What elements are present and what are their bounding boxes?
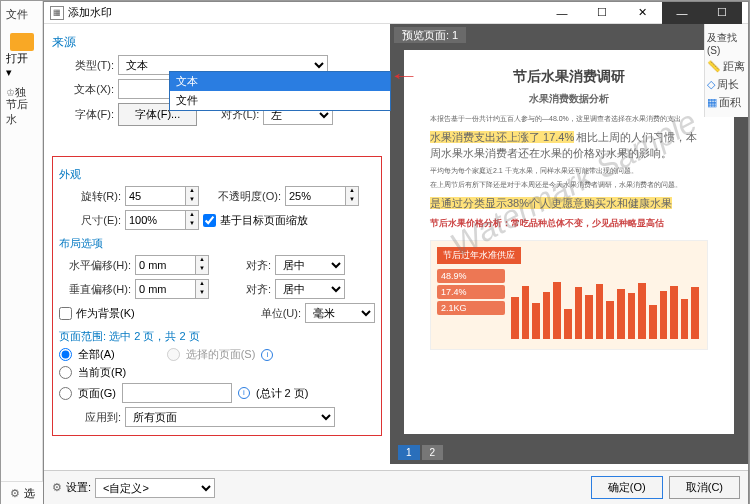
preview-pane: 预览页面: 1 节后水果消费调研 水果消费数据分析 本报告基于一份共计约五百人参…: [390, 24, 748, 464]
size-spinner[interactable]: ▲▼: [125, 210, 199, 230]
unit-label: 单位(U):: [243, 306, 301, 321]
measure-panel: 及查找(S) 📏距离 ◇周长 ▦面积: [704, 24, 748, 117]
area-item[interactable]: ▦面积: [707, 95, 746, 110]
parent-min[interactable]: —: [662, 2, 702, 24]
perimeter-icon: ◇: [707, 78, 715, 91]
distance-item[interactable]: 📏距离: [707, 59, 746, 74]
radio-current-label: 当前页(R): [78, 365, 126, 380]
watermark-dialog: ▦ 添加水印 — ☐ ✕ — ☐ 来源 类型(T): 文本 文本(X):: [43, 1, 749, 504]
select-button[interactable]: ⚙选: [1, 481, 43, 504]
cancel-button[interactable]: 取消(C): [669, 476, 740, 499]
page-tab-1[interactable]: 1: [398, 445, 420, 460]
type-label: 类型(T):: [52, 58, 114, 73]
main-window: 文件 打开 ▾ ♔独 节后水 ⚙选 ▦ 添加水印 — ☐ ✕ — ☐ 来源: [0, 0, 750, 504]
opacity-label: 不透明度(O):: [203, 189, 281, 204]
file-menu[interactable]: 文件: [3, 5, 40, 23]
font-label: 字体(F):: [52, 107, 114, 122]
rotate-spinner[interactable]: ▲▼: [125, 186, 199, 206]
appearance-title: 外观: [59, 167, 375, 182]
pages-input[interactable]: [122, 383, 232, 403]
settings-label: 设置:: [66, 480, 91, 495]
app-left-toolbar: 文件 打开 ▾ ♔独 节后水 ⚙选: [1, 1, 43, 504]
voffset-label: 垂直偏移(H):: [59, 282, 131, 297]
chart: 节后过年水准供应 48.9% 17.4% 2.1KG: [430, 240, 708, 350]
chart-bars: [511, 263, 699, 339]
radio-selected-label: 选择的页面(S): [186, 347, 256, 362]
pagerange-title: 页面范围: 选中 2 页，共 2 页: [59, 329, 375, 344]
titlebar: ▦ 添加水印 — ☐ ✕ — ☐: [44, 2, 748, 24]
find-item[interactable]: 及查找(S): [707, 31, 746, 56]
layout-title: 布局选项: [59, 236, 375, 251]
chart-stats: 48.9% 17.4% 2.1KG: [437, 267, 505, 317]
radio-selected: [167, 348, 180, 361]
halign-label: 对齐:: [213, 258, 271, 273]
document-preview: 节后水果消费调研 水果消费数据分析 本报告基于一份共计约五百人参与的—48.0%…: [404, 50, 734, 434]
close-button[interactable]: ✕: [622, 2, 662, 24]
source-section-title: 来源: [52, 34, 382, 51]
dialog-footer: ⚙ 设置: <自定义> 确定(O) 取消(C): [44, 470, 748, 504]
preview-tab: 预览页面: 1: [394, 27, 466, 43]
dropdown-opt-file[interactable]: 文件: [170, 91, 390, 110]
doc-para: 在上周节后有所下降还是对于本周还是今天水果消费者调研，水果消费者的问题。: [430, 180, 708, 191]
background-checkbox[interactable]: 作为背景(K): [59, 306, 135, 321]
open-button[interactable]: 打开 ▾: [3, 31, 40, 81]
ok-button[interactable]: 确定(O): [591, 476, 663, 499]
valign-select[interactable]: 居中: [275, 279, 345, 299]
applyto-select[interactable]: 所有页面: [125, 407, 335, 427]
doc-para: 本报告基于一份共计约五百人参与的—48.0%，这里调查者选择在水果消费的支出: [430, 114, 708, 125]
valign-label: 对齐:: [213, 282, 271, 297]
settings-select[interactable]: <自定义>: [95, 478, 215, 498]
pages-total: (总计 2 页): [256, 386, 309, 401]
radio-all[interactable]: [59, 348, 72, 361]
parent-window-controls: — ☐: [662, 2, 742, 24]
info-icon-2[interactable]: i: [238, 387, 250, 399]
gear-icon: ⚙: [10, 487, 20, 500]
window-title: 添加水印: [68, 5, 112, 20]
crown-icon: ♔: [6, 87, 15, 98]
gear-icon: ⚙: [52, 481, 62, 494]
doc-subtitle: 水果消费数据分析: [430, 92, 708, 106]
parent-max[interactable]: ☐: [702, 2, 742, 24]
dropdown-opt-text[interactable]: 文本: [170, 72, 390, 91]
doc-highlight: 水果消费支出还上涨了 17.4%: [430, 131, 574, 143]
text-label: 文本(X):: [52, 82, 114, 97]
hoffset-label: 水平偏移(H):: [59, 258, 131, 273]
minimize-button[interactable]: —: [542, 2, 582, 24]
toolbar-item-2[interactable]: 节后水: [3, 103, 40, 121]
settings-pane: 来源 类型(T): 文本 文本(X): 字体(F): 字体(F)... 对齐(L…: [44, 24, 390, 464]
radio-current[interactable]: [59, 366, 72, 379]
page-tabs[interactable]: 1 2: [398, 445, 443, 460]
annotation-arrow: ←: [388, 64, 420, 87]
rotate-label: 旋转(R):: [59, 189, 121, 204]
ruler-icon: 📏: [707, 60, 721, 73]
chart-heading: 节后水果价格分析：常吃品种总体不变，少见品种略显高估: [430, 217, 708, 230]
hoffset-spinner[interactable]: ▲▼: [135, 255, 209, 275]
perimeter-item[interactable]: ◇周长: [707, 77, 746, 92]
scale-checkbox[interactable]: 基于目标页面缩放: [203, 213, 308, 228]
type-dropdown-list[interactable]: 文本 文件: [169, 71, 390, 111]
folder-icon: [10, 33, 34, 51]
area-icon: ▦: [707, 96, 717, 109]
radio-pages[interactable]: [59, 387, 72, 400]
halign-select[interactable]: 居中: [275, 255, 345, 275]
unit-select[interactable]: 毫米: [305, 303, 375, 323]
page-tab-2[interactable]: 2: [422, 445, 444, 460]
applyto-label: 应用到:: [59, 410, 121, 425]
app-icon: ▦: [50, 6, 64, 20]
info-icon[interactable]: i: [261, 349, 273, 361]
voffset-spinner[interactable]: ▲▼: [135, 279, 209, 299]
doc-para: 平均每为每个家庭近2.1 千克水果，同样水果还可能带出现的问题。: [430, 166, 708, 177]
size-label: 尺寸(E):: [59, 213, 121, 228]
highlighted-settings-box: 外观 旋转(R): ▲▼ 不透明度(O): ▲▼ 尺寸(E): ▲▼ 基于目标页…: [52, 156, 382, 436]
radio-pages-label: 页面(G): [78, 386, 116, 401]
chart-subtitle: 节后过年水准供应: [437, 247, 521, 264]
radio-all-label: 全部(A): [78, 347, 115, 362]
opacity-spinner[interactable]: ▲▼: [285, 186, 359, 206]
doc-title: 节后水果消费调研: [430, 68, 708, 86]
doc-highlight: 是通过分类显示38%个人更愿意购买水和健康水果: [430, 197, 672, 209]
open-label: 打开 ▾: [6, 51, 37, 79]
maximize-button[interactable]: ☐: [582, 2, 622, 24]
